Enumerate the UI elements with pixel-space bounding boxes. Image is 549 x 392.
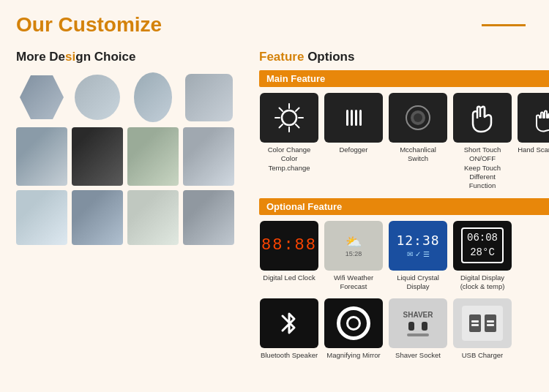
usb-port-inner-3 bbox=[487, 320, 494, 323]
feature-section-title: Feature Options bbox=[259, 50, 549, 64]
weather-icon-sun: ⛅ bbox=[346, 234, 362, 250]
usb-port-inner-1 bbox=[471, 320, 479, 323]
feature-bluetooth: Bluetooth Speaker bbox=[259, 298, 319, 360]
lcd-content: 12:38 ✉ ✓ ☰ bbox=[396, 233, 439, 258]
feature-weather: ⛅ 15:28 Wifi Weather Forecast bbox=[324, 221, 384, 292]
lcd-time: 12:38 bbox=[396, 233, 439, 248]
design-title-highlight: si bbox=[65, 50, 75, 64]
left-column: More Design Choice bbox=[16, 50, 243, 368]
usb-charger-display bbox=[462, 306, 503, 341]
title-prefix: Our bbox=[16, 13, 59, 36]
feature-label-color-change: Color ChangeColor Temp.change bbox=[259, 146, 319, 173]
photo-thumb-3 bbox=[127, 127, 179, 186]
feature-usb: USB Charger bbox=[452, 298, 512, 360]
defog-line-4 bbox=[359, 110, 362, 126]
feature-label-led-clock: Digital Led Clock bbox=[263, 274, 315, 282]
rect-shape bbox=[185, 74, 233, 121]
feature-icon-color-change bbox=[260, 93, 318, 143]
lcd-icon-1: ✉ bbox=[407, 250, 413, 258]
feature-defogger: Defogger bbox=[324, 93, 384, 191]
design-title-prefix: More De bbox=[16, 50, 65, 64]
feature-label-magnify: Magnifying Mirror bbox=[326, 351, 380, 360]
page-title: Our Customize bbox=[16, 13, 162, 37]
shaver-socket-display: SHAVER bbox=[400, 308, 436, 339]
magnify-outer-ring bbox=[337, 306, 370, 340]
defog-icon bbox=[346, 110, 362, 126]
page: Our Customize More Design Choice bbox=[0, 0, 549, 392]
feature-icon-defogger bbox=[324, 93, 383, 143]
photo-thumb-6 bbox=[72, 190, 123, 245]
feature-led-clock: 88:88 Digital Led Clock bbox=[259, 221, 319, 292]
oval-shape bbox=[134, 72, 172, 122]
digital-display-content: 06:0828°C bbox=[461, 227, 504, 263]
hand-scan-icon bbox=[531, 102, 549, 134]
weather-time: 15:28 bbox=[346, 250, 362, 257]
photo-thumb-8 bbox=[183, 190, 234, 245]
feature-magnify: Magnifying Mirror bbox=[324, 298, 384, 360]
shaver-hole-1 bbox=[408, 322, 414, 331]
defog-lines bbox=[346, 110, 362, 126]
svg-line-7 bbox=[296, 108, 299, 112]
feature-label-weather: Wifi Weather Forecast bbox=[324, 274, 384, 292]
feature-title-highlight: Feature bbox=[259, 50, 304, 64]
feature-icon-led-clock: 88:88 bbox=[260, 221, 318, 271]
svg-line-8 bbox=[280, 124, 283, 128]
shape-hexagon bbox=[16, 72, 67, 123]
feature-touch: Short Touch ON/OFFKeep Touch DifferentFu… bbox=[452, 93, 512, 191]
touch-icon bbox=[467, 101, 498, 135]
feature-shaver: SHAVER Shaver Socket bbox=[388, 298, 448, 360]
design-section-title: More Design Choice bbox=[16, 50, 243, 64]
svg-point-0 bbox=[282, 110, 296, 125]
feature-title-suffix: Options bbox=[304, 50, 354, 64]
feature-label-shaver: Shaver Socket bbox=[395, 351, 441, 360]
bluetooth-icon bbox=[275, 307, 303, 339]
hexagon-shape bbox=[20, 75, 64, 119]
feature-icon-hand-scan bbox=[518, 93, 549, 143]
usb-port-1 bbox=[469, 314, 481, 332]
feature-icon-digital-display: 06:0828°C bbox=[453, 221, 512, 271]
magnify-inner-ring bbox=[346, 316, 361, 331]
svg-line-5 bbox=[280, 108, 283, 112]
feature-label-switch: McchanlicalSwitch bbox=[400, 146, 436, 164]
clock-display: 88:88 bbox=[261, 236, 317, 255]
switch-icon bbox=[402, 102, 434, 134]
feature-label-usb: USB Charger bbox=[462, 351, 504, 360]
feature-label-lcd: Liquid Crystal Display bbox=[388, 274, 448, 292]
lcd-icon-2: ✓ bbox=[415, 250, 421, 258]
main-feature-bar: Main Feature bbox=[259, 70, 549, 87]
shape-rect bbox=[183, 72, 234, 123]
shape-oval bbox=[127, 72, 179, 123]
shapes-row bbox=[16, 72, 243, 123]
feature-icon-magnify bbox=[324, 298, 383, 348]
feature-icon-usb bbox=[453, 298, 512, 348]
feature-icon-switch bbox=[389, 93, 447, 143]
lcd-icons: ✉ ✓ ☰ bbox=[407, 250, 430, 258]
feature-icon-weather: ⛅ 15:28 bbox=[324, 221, 383, 271]
svg-point-11 bbox=[414, 113, 422, 122]
photo-thumb-1 bbox=[16, 127, 67, 186]
design-title-suffix: gn Choice bbox=[75, 50, 135, 64]
feature-switch: McchanlicalSwitch bbox=[388, 93, 448, 191]
defog-line-1 bbox=[346, 110, 348, 126]
usb-port-inner-4 bbox=[487, 324, 494, 326]
feature-label-touch: Short Touch ON/OFFKeep Touch DifferentFu… bbox=[452, 146, 512, 191]
defog-line-2 bbox=[351, 110, 353, 126]
photo-thumb-5 bbox=[16, 190, 67, 245]
shaver-holes bbox=[407, 322, 429, 331]
sun-icon bbox=[272, 101, 306, 135]
feature-label-defogger: Defogger bbox=[339, 146, 367, 154]
optional-feature-grid-row1: 88:88 Digital Led Clock ⛅ 15:28 Wifi Wea… bbox=[259, 221, 549, 292]
photo-thumb-7 bbox=[127, 190, 179, 245]
header-line bbox=[482, 24, 526, 26]
feature-icon-shaver: SHAVER bbox=[389, 298, 447, 348]
feature-label-hand-scan: Hand Scan Sensor bbox=[518, 146, 549, 154]
usb-port-inner-2 bbox=[471, 324, 479, 326]
main-content: More Design Choice bbox=[16, 50, 533, 368]
feature-digital-display: 06:0828°C Digital Display(clock & temp) bbox=[452, 221, 512, 292]
optional-feature-grid-row2: Bluetooth Speaker Magnifying Mirror bbox=[259, 298, 549, 360]
feature-icon-lcd: 12:38 ✉ ✓ ☰ bbox=[389, 221, 447, 271]
main-feature-grid: Color ChangeColor Temp.change bbox=[259, 93, 549, 191]
lcd-icon-3: ☰ bbox=[423, 250, 430, 258]
header: Our Customize bbox=[16, 13, 533, 37]
photos-row-1 bbox=[16, 127, 243, 186]
